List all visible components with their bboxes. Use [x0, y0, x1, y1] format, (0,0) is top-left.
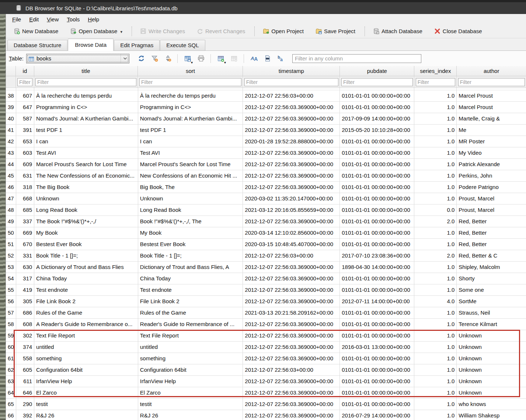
row-number[interactable]: 40: [6, 113, 16, 125]
cell-sort[interactable]: El Zarco: [138, 387, 243, 399]
cell-series_index[interactable]: 4.0: [414, 296, 457, 307]
tab-browse-data[interactable]: Browse Data: [68, 39, 114, 51]
cell-pubdate[interactable]: 0101-01-01 00:00:00+00:00: [340, 307, 414, 319]
cell-id[interactable]: 611: [16, 376, 35, 387]
clear-sort-icon[interactable]: [164, 55, 171, 62]
cell-id[interactable]: 647: [16, 102, 35, 113]
cell-series_index[interactable]: 1.0: [414, 330, 457, 342]
cell-series_index[interactable]: 1.0: [414, 182, 457, 193]
cell-title[interactable]: something: [34, 353, 138, 364]
cell-series_index[interactable]: 1.0: [414, 113, 457, 125]
cell-sort[interactable]: Long Read Book: [138, 204, 243, 216]
column-header-author[interactable]: author: [457, 66, 526, 76]
save-table-icon[interactable]: ▾: [184, 55, 191, 62]
cell-series_index[interactable]: 1.0: [414, 125, 457, 136]
cell-id[interactable]: 668: [16, 193, 35, 204]
row-number[interactable]: 53: [6, 262, 16, 273]
cell-timestamp[interactable]: 2012-12-07 22:56:03.369000+00:00: [243, 399, 340, 410]
filter-input-sort[interactable]: [139, 78, 241, 86]
row-number[interactable]: 59: [6, 330, 16, 342]
cell-id[interactable]: 587: [16, 113, 35, 125]
cell-author[interactable]: Unknown: [457, 387, 526, 399]
cell-id[interactable]: 302: [16, 330, 35, 342]
chevron-down-icon[interactable]: [121, 54, 129, 63]
cell-author[interactable]: Unknown: [457, 376, 526, 387]
cell-timestamp[interactable]: 2012-12-07 22:56:03+00:00: [243, 364, 340, 376]
cell-sort[interactable]: À la recherche du temps perdu: [138, 90, 243, 102]
row-number[interactable]: 62: [6, 364, 16, 376]
cell-timestamp[interactable]: 2012-12-07 22:56:03.369000+00:00: [243, 102, 340, 113]
cell-author[interactable]: Marcel Proust: [457, 90, 526, 102]
column-header-series_index[interactable]: series_index: [414, 66, 457, 76]
cell-id[interactable]: 605: [16, 364, 35, 376]
tab-edit-pragmas[interactable]: Edit Pragmas: [114, 40, 160, 50]
find-in-table-icon[interactable]: [264, 55, 271, 62]
cell-pubdate[interactable]: 0101-01-01 00:00:00+00:00: [340, 330, 414, 342]
cell-timestamp[interactable]: 2021-03-12 20:16:05.855659+00:00: [243, 204, 340, 216]
cell-sort[interactable]: China Today: [138, 273, 243, 284]
row-number[interactable]: 47: [6, 193, 16, 204]
cell-author[interactable]: who knows: [457, 399, 526, 410]
cell-series_index[interactable]: 1.0: [414, 159, 457, 170]
cell-series_index[interactable]: 1.0: [414, 102, 457, 113]
cell-id[interactable]: 392: [16, 410, 35, 420]
print-icon[interactable]: [197, 55, 205, 62]
row-number[interactable]: 60: [6, 342, 16, 353]
cell-timestamp[interactable]: 2012-12-07 22:56:03.369000+00:00: [243, 284, 340, 296]
row-number[interactable]: 52: [6, 250, 16, 262]
cell-title[interactable]: Marcel Proust's Search for Lost Time: [34, 159, 138, 170]
cell-series_index[interactable]: 1.0: [414, 364, 457, 376]
cell-sort[interactable]: New Confessions of an Economic Hit ...: [138, 170, 243, 182]
filter-input-author[interactable]: [458, 78, 525, 86]
cell-pubdate[interactable]: 1898-04-30 14:00:00+00:00: [340, 262, 414, 273]
cell-timestamp[interactable]: 2012-12-07 22:56:03.369000+00:00: [243, 159, 340, 170]
cell-title[interactable]: Configuration 64bit: [34, 364, 138, 376]
cell-title[interactable]: Book Title - 1 []=;: [34, 250, 138, 262]
cell-author[interactable]: Red, Better & C: [457, 250, 526, 262]
cell-timestamp[interactable]: 2012-12-07 22:56:03.369000+00:00: [243, 273, 340, 284]
cell-pubdate[interactable]: 0101-01-01 00:00:00+00:00: [340, 170, 414, 182]
table-selector-dropdown[interactable]: books: [26, 54, 129, 63]
cell-series_index[interactable]: 1.0: [414, 319, 457, 330]
cell-pubdate[interactable]: 0101-01-01 00:00:00+00:00: [340, 353, 414, 364]
cell-title[interactable]: File Link Book 2: [34, 296, 138, 307]
cell-id[interactable]: 290: [16, 399, 35, 410]
cell-timestamp[interactable]: 2012-12-07 22:56:03.369000+00:00: [243, 296, 340, 307]
column-header-sort[interactable]: sort: [138, 66, 243, 76]
filter-input-title[interactable]: [35, 78, 136, 86]
row-number[interactable]: 50: [6, 227, 16, 239]
cell-sort[interactable]: Unknown: [138, 193, 243, 204]
cell-sort[interactable]: My Book: [138, 227, 243, 239]
cell-id[interactable]: 653: [16, 136, 35, 147]
cell-title[interactable]: China Today: [34, 273, 138, 284]
cell-timestamp[interactable]: 2020-03-15 10:48:45.407000+00:00: [243, 239, 340, 250]
row-number[interactable]: 51: [6, 239, 16, 250]
cell-timestamp[interactable]: 2012-12-07 22:56:03.369000+00:00: [243, 147, 340, 159]
cell-author[interactable]: Shipley, Malcolm: [457, 262, 526, 273]
cell-id[interactable]: 685: [16, 204, 35, 216]
cell-id[interactable]: 630: [16, 262, 35, 273]
cell-pubdate[interactable]: 0101-01-01 00:00:00+00:00: [340, 239, 414, 250]
filter-input-pubdate[interactable]: [341, 78, 413, 86]
cell-series_index[interactable]: 1.0: [414, 353, 457, 364]
cell-sort[interactable]: Rules of the Game: [138, 307, 243, 319]
cell-author[interactable]: Me: [457, 125, 526, 136]
cell-id[interactable]: 631: [16, 170, 35, 182]
cell-author[interactable]: Red, Better: [457, 216, 526, 227]
cell-timestamp[interactable]: 2012-12-07 22:56:03.369000+00:00: [243, 342, 340, 353]
cell-title[interactable]: Test endnote: [34, 284, 138, 296]
cell-title[interactable]: Bestest Ever Book: [34, 239, 138, 250]
cell-pubdate[interactable]: 0101-01-01 00:00:00+00:00: [340, 136, 414, 147]
row-number[interactable]: 61: [6, 353, 16, 364]
cell-sort[interactable]: Text File Report: [138, 330, 243, 342]
cell-sort[interactable]: Bestest Ever Book: [138, 239, 243, 250]
attach-database-button[interactable]: Attach Database: [370, 26, 426, 36]
new-database-button[interactable]: New Database: [10, 26, 62, 36]
row-number[interactable]: 41: [6, 125, 16, 136]
row-number[interactable]: 42: [6, 136, 16, 147]
menu-tools[interactable]: Tools: [63, 15, 84, 24]
row-number[interactable]: 45: [6, 170, 16, 182]
row-number[interactable]: 56: [6, 296, 16, 307]
menu-file[interactable]: File: [8, 15, 25, 24]
cell-series_index[interactable]: 1.0: [414, 376, 457, 387]
